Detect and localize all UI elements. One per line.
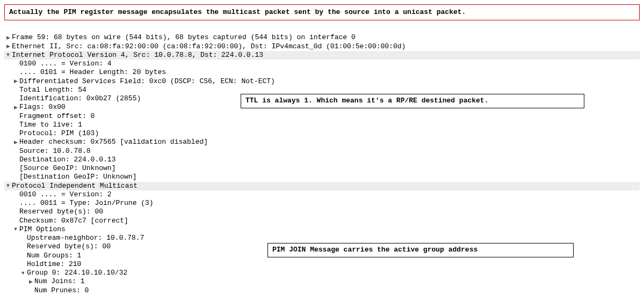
row-pim-header[interactable]: ▼ Protocol Independent Multicast xyxy=(4,182,640,190)
row-ip-proto[interactable]: Protocol: PIM (103) xyxy=(4,129,640,138)
chevron-right-icon[interactable]: ▶ xyxy=(12,105,19,110)
row-pim-header-text: Protocol Independent Multicast xyxy=(12,182,138,190)
row-ip-srcgeo[interactable]: [Source GeoIP: Unknown] xyxy=(4,164,640,173)
chevron-right-icon[interactable]: ▶ xyxy=(12,78,19,84)
callout-pimjoin: PIM JOIN Message carries the active grou… xyxy=(267,243,574,257)
row-pim-numjoins-text: Num Joins: 1 xyxy=(34,277,85,286)
callout-ttl: TTL is always 1. Which means it's a RP/R… xyxy=(241,94,584,108)
row-ip-fragoff[interactable]: Fragment offset: 0 xyxy=(4,112,640,121)
row-frame-text: Frame 59: 68 bytes on wire (544 bits), 6… xyxy=(12,33,356,42)
row-eth[interactable]: ▶ Ethernet II, Src: ca:08:fa:92:00:00 (c… xyxy=(4,42,640,51)
top-annotation: Actually the PIM register message encaps… xyxy=(4,4,640,20)
row-pim-options[interactable]: ▼ PIM Options xyxy=(4,225,640,234)
row-ip-dsfield-text: Differentiated Services Field: 0xc0 (DSC… xyxy=(19,77,275,86)
row-ip-cksum-text: Header checksum: 0x7565 [validation disa… xyxy=(19,138,208,146)
row-ip-cksum[interactable]: ▶ Header checksum: 0x7565 [validation di… xyxy=(4,138,640,146)
row-ip-ttl[interactable]: Time to live: 1 xyxy=(4,121,640,129)
chevron-down-icon[interactable]: ▼ xyxy=(4,183,12,189)
chevron-right-icon[interactable]: ▶ xyxy=(27,279,34,285)
row-pim-cksum[interactable]: Checksum: 0x87c7 [correct] xyxy=(4,217,640,225)
row-ip-flags-text: Flags: 0x00 xyxy=(19,103,66,112)
chevron-right-icon[interactable]: ▶ xyxy=(4,43,12,49)
chevron-right-icon[interactable]: ▶ xyxy=(12,139,19,145)
row-ip-dsfield[interactable]: ▶ Differentiated Services Field: 0xc0 (D… xyxy=(4,77,640,86)
row-ip-tlen[interactable]: Total Length: 54 xyxy=(4,86,640,94)
row-pim-options-text: PIM Options xyxy=(19,225,66,234)
row-frame[interactable]: ▶ Frame 59: 68 bytes on wire (544 bits),… xyxy=(4,33,640,42)
row-ip-dstgeo[interactable]: [Destination GeoIP: Unknown] xyxy=(4,173,640,181)
row-pim-version[interactable]: 0010 .... = Version: 2 xyxy=(4,190,640,199)
row-ip-src[interactable]: Source: 10.0.78.8 xyxy=(4,147,640,156)
packet-dump: ▶ Frame 59: 68 bytes on wire (544 bits),… xyxy=(4,33,640,295)
row-ip-dst[interactable]: Destination: 224.0.0.13 xyxy=(4,156,640,164)
row-pim-group0[interactable]: ▼ Group 0: 224.10.10.10/32 xyxy=(4,269,640,277)
chevron-right-icon[interactable]: ▶ xyxy=(4,35,12,41)
row-eth-text: Ethernet II, Src: ca:08:fa:92:00:00 (ca:… xyxy=(12,42,406,51)
row-pim-reserved[interactable]: Reserved byte(s): 00 xyxy=(4,208,640,216)
chevron-down-icon[interactable]: ▼ xyxy=(19,270,27,276)
row-pim-holdtime[interactable]: Holdtime: 210 xyxy=(4,260,640,269)
row-pim-numjoins[interactable]: ▶ Num Joins: 1 xyxy=(4,277,640,286)
row-ip-hlen[interactable]: .... 0101 = Header Length: 20 bytes xyxy=(4,68,640,77)
row-ip-header-text: Internet Protocol Version 4, Src: 10.0.7… xyxy=(12,51,263,60)
row-pim-numprunes[interactable]: Num Prunes: 0 xyxy=(4,286,640,295)
row-ip-header[interactable]: ▼ Internet Protocol Version 4, Src: 10.0… xyxy=(4,51,640,60)
row-pim-type[interactable]: .... 0011 = Type: Join/Prune (3) xyxy=(4,199,640,208)
row-pim-upstream[interactable]: Upstream-neighbor: 10.0.78.7 xyxy=(4,234,640,242)
row-ip-version[interactable]: 0100 .... = Version: 4 xyxy=(4,60,640,68)
row-pim-group0-text: Group 0: 224.10.10.10/32 xyxy=(27,269,127,277)
chevron-down-icon[interactable]: ▼ xyxy=(12,226,19,232)
chevron-down-icon[interactable]: ▼ xyxy=(4,52,12,58)
